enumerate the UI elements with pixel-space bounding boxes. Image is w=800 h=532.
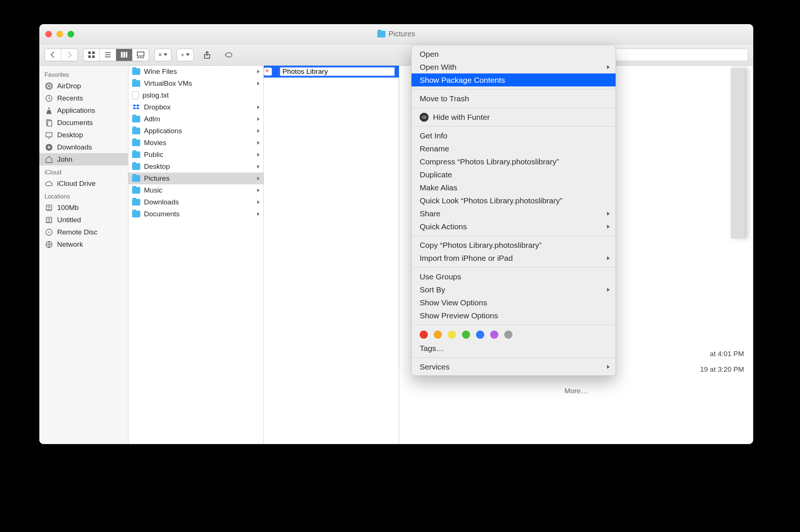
menu-item-quick-look-photos-library-photoslibrary[interactable]: Quick Look “Photos Library.photoslibrary… xyxy=(412,194,616,207)
tag-color[interactable] xyxy=(476,331,484,339)
menu-separator xyxy=(412,108,615,108)
toolbar xyxy=(39,44,753,66)
sidebar-item-applications[interactable]: Applications xyxy=(39,104,128,116)
desktop-icon xyxy=(45,131,53,139)
docs-icon xyxy=(45,118,53,127)
folder-icon xyxy=(132,151,140,158)
sidebar-item-label: Documents xyxy=(57,119,93,127)
sidebar-item-network[interactable]: Network xyxy=(39,238,128,250)
action-button[interactable] xyxy=(177,49,193,61)
list-view-button[interactable] xyxy=(100,49,116,61)
dropbox-icon xyxy=(132,103,140,111)
column-item-label: pslog.txt xyxy=(142,91,169,99)
menu-item-show-package-contents[interactable]: Show Package Contents xyxy=(412,73,616,86)
arrange-menu[interactable] xyxy=(154,49,171,61)
column-item-label: Pictures xyxy=(144,174,170,183)
preview-more[interactable]: More… xyxy=(399,383,753,399)
menu-item-tags[interactable]: Tags… xyxy=(412,342,616,355)
sidebar-item-documents[interactable]: Documents xyxy=(39,116,128,129)
sidebar-item-airdrop[interactable]: AirDrop xyxy=(39,80,128,92)
sidebar-item-untitled[interactable]: Untitled xyxy=(39,214,128,226)
menu-item-use-groups[interactable]: Use Groups xyxy=(412,270,616,283)
forward-button[interactable] xyxy=(61,49,78,61)
tag-color[interactable] xyxy=(420,331,428,339)
menu-item-open[interactable]: Open xyxy=(412,47,616,60)
menu-separator xyxy=(412,126,615,127)
menu-item-get-info[interactable]: Get Info xyxy=(412,129,616,142)
tag-color[interactable] xyxy=(490,331,498,339)
menu-item-hide-with-funter[interactable]: Hide with Funter xyxy=(412,111,616,124)
sidebar-item-recents[interactable]: Recents xyxy=(39,92,128,104)
sidebar-item-100mb[interactable]: 100Mb xyxy=(39,201,128,214)
sidebar-item-john[interactable]: John xyxy=(39,153,128,165)
menu-item-copy-photos-library-photoslibrary[interactable]: Copy “Photos Library.photoslibrary” xyxy=(412,239,616,252)
menu-item-show-preview-options[interactable]: Show Preview Options xyxy=(412,309,616,322)
tag-color[interactable] xyxy=(462,331,470,339)
folder-icon xyxy=(132,163,140,170)
menu-item-move-to-trash[interactable]: Move to Trash xyxy=(412,92,616,105)
svg-rect-14 xyxy=(159,53,160,55)
column-item[interactable]: Downloads xyxy=(128,196,263,208)
share-button[interactable] xyxy=(199,44,215,65)
menu-item-label: Open With xyxy=(420,63,456,72)
menu-item-show-view-options[interactable]: Show View Options xyxy=(412,296,616,309)
menu-item-open-with[interactable]: Open With xyxy=(412,60,616,73)
sidebar-item-icloud-drive[interactable]: iCloud Drive xyxy=(39,177,128,190)
folder-icon xyxy=(132,80,140,87)
tag-color[interactable] xyxy=(504,331,512,339)
menu-separator xyxy=(412,89,615,89)
menu-item-quick-actions[interactable]: Quick Actions xyxy=(412,220,616,233)
gallery-view-button[interactable] xyxy=(132,49,149,61)
svg-rect-1 xyxy=(92,52,95,54)
menu-item-import-from-iphone-or-ipad[interactable]: Import from iPhone or iPad xyxy=(412,252,616,265)
fullscreen-button[interactable] xyxy=(68,31,74,37)
tag-color[interactable] xyxy=(448,331,456,339)
tags-button[interactable] xyxy=(220,44,237,65)
menu-item-label: Move to Trash xyxy=(420,94,469,103)
sidebar-item-desktop[interactable]: Desktop xyxy=(39,129,128,141)
menu-item-sort-by[interactable]: Sort By xyxy=(412,283,616,296)
globe-icon xyxy=(45,240,53,249)
recents-icon xyxy=(45,94,53,103)
menu-item-make-alias[interactable]: Make Alias xyxy=(412,181,616,194)
menu-item-share[interactable]: Share xyxy=(412,207,616,220)
column-item[interactable]: Desktop xyxy=(128,161,263,173)
column-item[interactable]: Pictures xyxy=(128,173,263,184)
column-item[interactable]: Documents xyxy=(128,208,263,220)
menu-item-services[interactable]: Services xyxy=(412,360,616,373)
column-item[interactable]: Music xyxy=(128,184,263,196)
sidebar-item-downloads[interactable]: Downloads xyxy=(39,141,128,153)
nav-back-forward xyxy=(45,49,78,61)
tag-color[interactable] xyxy=(434,331,442,339)
column-item[interactable]: Wine Files xyxy=(128,66,263,78)
arrange-button[interactable] xyxy=(155,49,171,61)
minimize-button[interactable] xyxy=(56,31,63,37)
column-item[interactable]: Dropbox xyxy=(128,101,263,113)
menu-item-rename[interactable]: Rename xyxy=(412,142,616,155)
svg-rect-28 xyxy=(226,53,232,57)
svg-rect-15 xyxy=(160,53,161,55)
column-item[interactable]: pslog.txt xyxy=(128,89,263,101)
action-menu[interactable] xyxy=(177,49,194,61)
sidebar-item-remote-disc[interactable]: Remote Disc xyxy=(39,226,128,238)
close-button[interactable] xyxy=(45,31,52,37)
apps-icon xyxy=(45,106,53,115)
back-button[interactable] xyxy=(45,49,61,61)
folder-icon xyxy=(132,199,140,206)
sidebar-item-label: Remote Disc xyxy=(57,228,98,236)
column-view-button[interactable] xyxy=(116,49,132,61)
column-item-label: Movies xyxy=(144,139,166,147)
column-item[interactable]: Movies xyxy=(128,137,263,149)
column-item[interactable]: Applications xyxy=(128,125,263,137)
menu-item-duplicate[interactable]: Duplicate xyxy=(412,168,616,181)
column-item[interactable]: Adlm xyxy=(128,113,263,125)
column-item[interactable]: VirtualBox VMs xyxy=(128,78,263,89)
menu-item-compress-photos-library-photoslibrary[interactable]: Compress “Photos Library.photoslibrary” xyxy=(412,155,616,168)
titlebar: Pictures xyxy=(39,24,753,44)
tag-color-row xyxy=(412,328,616,342)
rename-field[interactable]: Photos Library xyxy=(279,67,395,76)
icon-view-button[interactable] xyxy=(83,49,100,61)
column-item-selected[interactable]: Photos Library xyxy=(264,66,399,78)
folder-icon xyxy=(132,68,140,75)
column-item[interactable]: Public xyxy=(128,149,263,161)
